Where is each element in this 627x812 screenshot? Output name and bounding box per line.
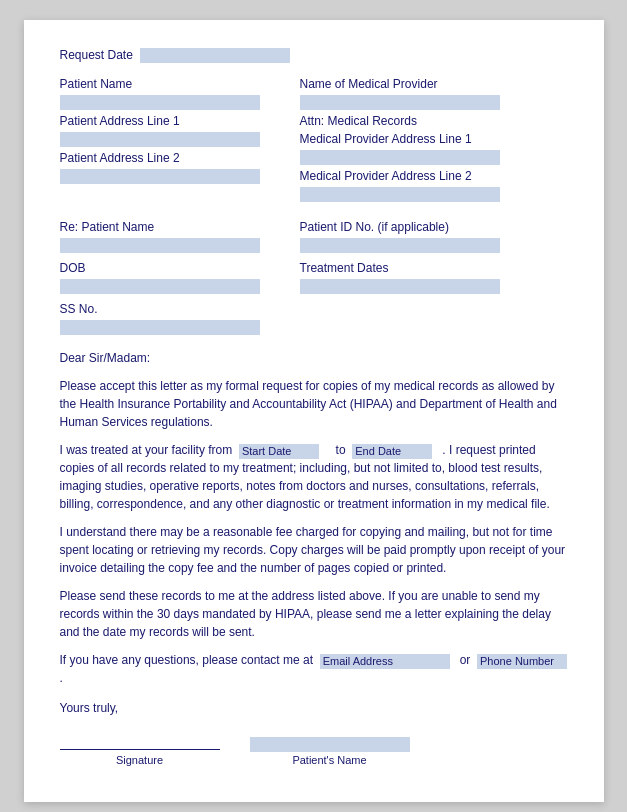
- provider-addr2-field-row: [300, 187, 568, 202]
- dob-field-row: [60, 279, 280, 294]
- signature-label: Signature: [116, 754, 163, 766]
- re-section: Re: Patient Name Patient ID No. (if appl…: [60, 220, 568, 335]
- patient-id-field-row: [300, 238, 568, 253]
- paragraph2: I was treated at your facility from Star…: [60, 441, 568, 513]
- re-right: Patient ID No. (if applicable): [300, 220, 568, 257]
- patient-name-label: Patient Name: [60, 77, 133, 91]
- start-date-field[interactable]: Start Date: [239, 444, 319, 459]
- provider-addr2-row: Medical Provider Address Line 2: [300, 169, 568, 183]
- treatment-dates-field-row: [300, 279, 568, 294]
- patient-name-row: Patient Name: [60, 77, 280, 91]
- dob-row: DOB: [60, 261, 280, 275]
- patient-addr2-label: Patient Address Line 2: [60, 151, 180, 165]
- patient-id-row: Patient ID No. (if applicable): [300, 220, 568, 234]
- patient-col: Patient Name Patient Address Line 1 Pati…: [60, 77, 280, 206]
- paragraph2-pre: I was treated at your facility from: [60, 443, 233, 457]
- patient-addr1-row: Patient Address Line 1: [60, 114, 280, 128]
- email-field[interactable]: Email Address: [320, 654, 450, 669]
- attn-row: Attn: Medical Records: [300, 114, 568, 128]
- treatment-dates-col: Treatment Dates: [300, 261, 568, 298]
- ss-no-field[interactable]: [60, 320, 260, 335]
- contact-pre: If you have any questions, please contac…: [60, 653, 314, 667]
- request-date-row: Request Date: [60, 48, 568, 63]
- patient-name-sig-label: Patient's Name: [292, 754, 366, 766]
- re-patient-name-row: Re: Patient Name: [60, 220, 280, 234]
- patient-addr1-field-row: [60, 132, 280, 147]
- signature-line: [60, 749, 220, 750]
- provider-name-label: Name of Medical Provider: [300, 77, 438, 91]
- request-date-label: Request Date: [60, 48, 133, 62]
- contact-post: .: [60, 671, 63, 685]
- patient-provider-section: Patient Name Patient Address Line 1 Pati…: [60, 77, 568, 206]
- re-left: Re: Patient Name: [60, 220, 280, 257]
- provider-addr1-row: Medical Provider Address Line 1: [300, 132, 568, 146]
- greeting: Dear Sir/Madam:: [60, 349, 568, 367]
- contact-line: If you have any questions, please contac…: [60, 651, 568, 687]
- patient-id-label: Patient ID No. (if applicable): [300, 220, 449, 234]
- end-date-field[interactable]: End Date: [352, 444, 432, 459]
- ss-no-label: SS No.: [60, 302, 98, 316]
- provider-addr1-field[interactable]: [300, 150, 500, 165]
- provider-name-row: Name of Medical Provider: [300, 77, 568, 91]
- provider-addr2-label: Medical Provider Address Line 2: [300, 169, 472, 183]
- paragraph1: Please accept this letter as my formal r…: [60, 377, 568, 431]
- re-row1: Re: Patient Name Patient ID No. (if appl…: [60, 220, 568, 257]
- patient-addr2-field[interactable]: [60, 169, 260, 184]
- attn-label: Attn: Medical Records: [300, 114, 417, 128]
- re-patient-name-label: Re: Patient Name: [60, 220, 155, 234]
- treatment-dates-field[interactable]: [300, 279, 500, 294]
- provider-addr1-field-row: [300, 150, 568, 165]
- patient-name-field[interactable]: [60, 95, 260, 110]
- paragraph3: I understand there may be a reasonable f…: [60, 523, 568, 577]
- ss-no-row: SS No.: [60, 302, 568, 316]
- ss-no-field-row: [60, 320, 568, 335]
- provider-col: Name of Medical Provider Attn: Medical R…: [300, 77, 568, 206]
- patient-name-sig-field[interactable]: [250, 737, 410, 752]
- patient-name-sig-col: Patient's Name: [250, 737, 410, 766]
- re-patient-name-field-row: [60, 238, 280, 253]
- patient-addr2-row: Patient Address Line 2: [60, 151, 280, 165]
- re-row2: DOB Treatment Dates: [60, 261, 568, 298]
- provider-name-field[interactable]: [300, 95, 500, 110]
- page: Request Date Patient Name Patient Addres…: [24, 20, 604, 802]
- phone-field[interactable]: Phone Number: [477, 654, 567, 669]
- treatment-dates-row: Treatment Dates: [300, 261, 568, 275]
- paragraph2-to: to: [336, 443, 346, 457]
- patient-id-field[interactable]: [300, 238, 500, 253]
- dob-label: DOB: [60, 261, 86, 275]
- body-section: Dear Sir/Madam: Please accept this lette…: [60, 349, 568, 717]
- provider-addr2-field[interactable]: [300, 187, 500, 202]
- paragraph4: Please send these records to me at the a…: [60, 587, 568, 641]
- patient-addr1-label: Patient Address Line 1: [60, 114, 180, 128]
- re-patient-name-field[interactable]: [60, 238, 260, 253]
- closing: Yours truly,: [60, 699, 568, 717]
- provider-name-field-row: [300, 95, 568, 110]
- request-date-field[interactable]: [140, 48, 290, 63]
- dob-col: DOB: [60, 261, 280, 298]
- treatment-dates-label: Treatment Dates: [300, 261, 389, 275]
- signature-section: Signature Patient's Name: [60, 737, 568, 766]
- patient-addr2-field-row: [60, 169, 280, 184]
- contact-mid: or: [460, 653, 471, 667]
- dob-field[interactable]: [60, 279, 260, 294]
- signature-col: Signature: [60, 749, 220, 766]
- provider-addr1-label: Medical Provider Address Line 1: [300, 132, 472, 146]
- patient-addr1-field[interactable]: [60, 132, 260, 147]
- patient-name-field-row: [60, 95, 280, 110]
